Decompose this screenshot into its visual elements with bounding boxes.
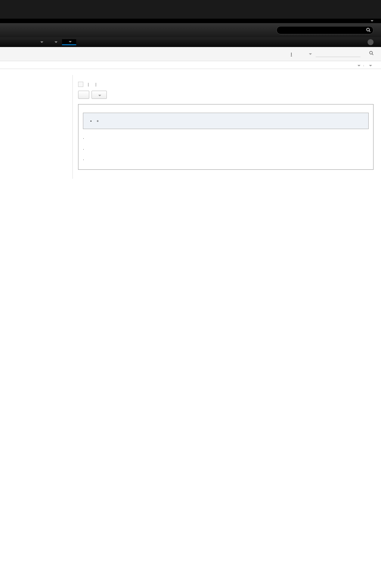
wiki-actions[interactable] (363, 65, 372, 66)
nav-communities[interactable] (48, 39, 62, 45)
help-icon[interactable] (368, 39, 374, 45)
meta-row: | | (78, 82, 374, 87)
community-bar (0, 23, 381, 37)
nav-apps[interactable] (62, 39, 76, 45)
page-actions-button[interactable] (92, 91, 107, 99)
search-input[interactable] (276, 26, 374, 34)
wikis-bar: I (0, 47, 381, 61)
svg-point-0 (367, 28, 370, 31)
edit-button[interactable] (78, 91, 89, 99)
svg-line-1 (369, 31, 370, 32)
svg-line-3 (372, 54, 373, 55)
top-bar (0, 19, 381, 23)
nav-tree (0, 75, 73, 179)
community-search (276, 26, 374, 34)
user-menu[interactable] (368, 20, 374, 22)
nav-profiles[interactable] (34, 39, 48, 45)
scope-select[interactable]: I (291, 52, 312, 56)
page-icon (78, 82, 83, 87)
search-icon[interactable] (369, 51, 374, 56)
wiki-search-input[interactable] (316, 51, 360, 57)
toc-box (83, 113, 369, 129)
svg-point-2 (370, 51, 373, 54)
caret-down-icon (371, 20, 374, 22)
following-actions[interactable] (352, 65, 360, 66)
nav-bar (0, 37, 381, 47)
search-icon[interactable] (366, 28, 371, 33)
